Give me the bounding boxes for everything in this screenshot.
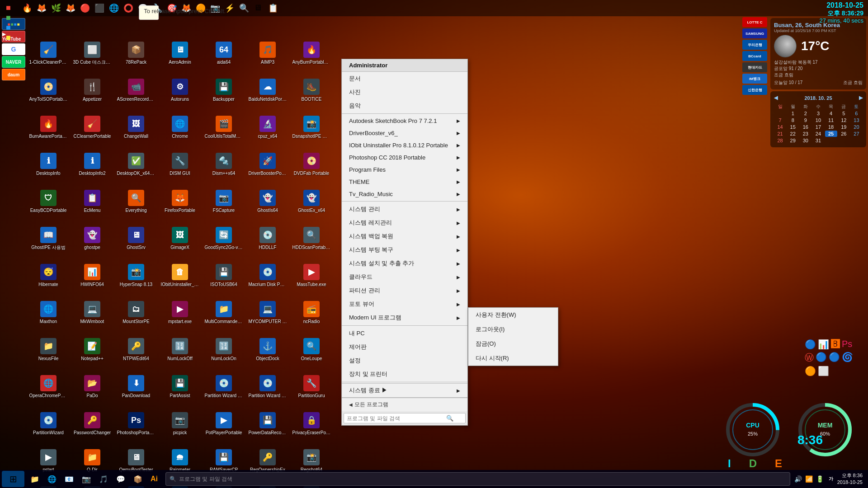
- app-icon[interactable]: 💾 ISOToUSB64: [203, 258, 244, 293]
- app-icon[interactable]: ⚓ ObjectDock: [247, 333, 288, 367]
- topbar-icon-1[interactable]: 🔥: [21, 2, 33, 14]
- app-icon[interactable]: 🔢 NumLockOff: [160, 333, 200, 367]
- app-icon[interactable]: 🔍 OneLoupe: [291, 333, 332, 367]
- app-icon[interactable]: 📷 picpick: [160, 407, 200, 441]
- cal-day[interactable]: 31: [812, 137, 824, 144]
- cal-day[interactable]: 20: [850, 124, 863, 130]
- topbar-icon-7[interactable]: 🌐: [108, 2, 120, 14]
- app-icon[interactable]: 🌐 Chrome: [160, 110, 200, 145]
- start-button[interactable]: ⊞: [2, 471, 24, 487]
- app-icon[interactable]: 💾 Backupper: [203, 73, 244, 108]
- app-icon[interactable]: 📁 MultiCommander.exe: [203, 296, 244, 330]
- app-icon[interactable]: 📷 FSCapture: [203, 184, 244, 219]
- app-icon[interactable]: ⬇ PanDownload: [116, 370, 156, 404]
- ctx-item[interactable]: 시스템 종료 ▶: [342, 383, 467, 397]
- app-icon[interactable]: 📦 78RePack: [116, 36, 156, 70]
- cal-day[interactable]: 9: [799, 117, 811, 123]
- app-icon[interactable]: 🗑 IObitUninstaller_Por...: [160, 258, 200, 293]
- app-icon[interactable]: 🌐 OperaChromePorta...: [28, 370, 69, 404]
- ctx-item[interactable]: Tv_Radio_Music: [342, 188, 467, 200]
- app-icon[interactable]: 🚀 DriverBoosterPortab...: [247, 147, 288, 182]
- notif-lang[interactable]: 가: [826, 474, 835, 483]
- app-icon[interactable]: 🔥 BurnAwarePortable: [28, 110, 69, 145]
- ctx-item[interactable]: 제어판: [342, 340, 467, 354]
- app-icon[interactable]: 😴 Hibernate: [28, 258, 69, 293]
- topbar-icon-18[interactable]: 📋: [267, 2, 279, 14]
- app-icon[interactable]: 📹 AScreenRecorderP...: [116, 73, 156, 108]
- app-icon[interactable]: 🔄 GoodSync2Go-v10...: [203, 221, 244, 256]
- app-icon[interactable]: 📋 EcMenu: [72, 184, 113, 219]
- ctx-item[interactable]: 시스템 레지관리: [342, 216, 467, 230]
- brand-logo[interactable]: 신한은행: [742, 85, 767, 95]
- app-icon[interactable]: 🗂 MountStorPE: [116, 296, 156, 330]
- notif-battery[interactable]: 🔋: [816, 474, 825, 483]
- app-icon[interactable]: ✅ DesktopOK_x64.exe: [116, 147, 156, 182]
- notif-network[interactable]: 🔊: [794, 474, 803, 483]
- app-icon[interactable]: 📀 DVDFab Portable: [291, 147, 332, 182]
- app-icon[interactable]: 🖼 GimageX: [160, 221, 200, 256]
- app-icon[interactable]: 📖 GhostIPE 사용법: [28, 221, 69, 256]
- ctx-item[interactable]: 시스템 백업 복원: [342, 230, 467, 243]
- cal-day[interactable]: 22: [787, 131, 799, 137]
- app-icon[interactable]: 📁 NexusFile: [28, 333, 69, 367]
- taskbar-app-music[interactable]: 🎵: [95, 471, 112, 487]
- msn-logo[interactable]: ■■■■: [3, 2, 19, 14]
- topbar-icon-9[interactable]: 💬 To release input, press Ctrl+Alt.: [137, 2, 149, 14]
- app-icon[interactable]: 🥾 BOOTICE: [291, 73, 332, 108]
- cal-day[interactable]: 11: [825, 117, 837, 123]
- taskbar-app-mail[interactable]: 📧: [61, 471, 78, 487]
- app-icon[interactable]: 🔍 Everything: [116, 184, 156, 219]
- notif-sound[interactable]: 📶: [805, 474, 814, 483]
- cal-day[interactable]: 10: [812, 117, 824, 123]
- brand-logo[interactable]: LOTTE C: [742, 17, 767, 27]
- brand-logo[interactable]: BCcard: [742, 51, 767, 61]
- shutdown-submenu-item[interactable]: 로그아웃(I): [468, 322, 558, 337]
- app-icon[interactable]: 🦊 FirefoxPortable: [160, 184, 200, 219]
- ctx-item[interactable]: Photoshop CC 2018 Portable: [342, 151, 467, 164]
- app-icon[interactable]: ⬜ 3D Cube 데스크 탑 ...: [72, 36, 113, 70]
- shutdown-submenu-item[interactable]: 잠금(O): [468, 337, 558, 351]
- ctx-item[interactable]: 설정: [342, 354, 467, 367]
- app-icon[interactable]: 💻 MkWimboot: [72, 296, 113, 330]
- cal-day[interactable]: 12: [838, 117, 850, 123]
- cal-next[interactable]: ▶: [859, 95, 863, 101]
- ctx-item[interactable]: 시스템 설치 및 추출 추가: [342, 257, 467, 270]
- app-icon[interactable]: 💿 Partition Wizard Te...: [247, 370, 288, 404]
- app-icon[interactable]: 🔍 HDDScanPortable.e...: [291, 221, 332, 256]
- app-icon[interactable]: 📀 AnyToISOPortable....: [28, 73, 69, 108]
- app-icon[interactable]: 🧹 CClearnerPortable: [72, 110, 113, 145]
- app-icon[interactable]: 💾 PartAssist: [160, 370, 200, 404]
- app-icon[interactable]: 📂 PaDo: [72, 370, 113, 404]
- brand-logo[interactable]: 우리은행: [742, 40, 767, 50]
- cal-day[interactable]: 26: [838, 131, 850, 137]
- ctx-item[interactable]: DriverBooster_v6_: [342, 127, 467, 139]
- app-icon[interactable]: 🔑 PasswordChanger: [72, 407, 113, 441]
- topbar-icon-16[interactable]: 🔍: [238, 2, 250, 14]
- topbar-icon-3[interactable]: 🌿: [50, 2, 62, 14]
- app-icon[interactable]: Ps PhotoshopPortable: [116, 407, 156, 441]
- context-search-input[interactable]: [347, 415, 446, 422]
- ctx-item[interactable]: 장치 및 프린터: [342, 367, 467, 381]
- cal-day[interactable]: 3: [812, 110, 824, 117]
- topbar-icon-6[interactable]: ⬛: [93, 2, 106, 14]
- app-icon[interactable]: 👻 GhostIs64: [247, 184, 288, 219]
- cal-day[interactable]: 8: [787, 117, 799, 123]
- app-icon[interactable]: 📝 Notepad++: [72, 333, 113, 367]
- app-icon[interactable]: 🖼 ChangeWall: [116, 110, 156, 145]
- app-icon[interactable]: 🔒 PrivacyEraserPorta...: [291, 407, 332, 441]
- app-icon[interactable]: 🔩 Dism++x64: [203, 147, 244, 182]
- app-icon[interactable]: 🎵 AIMP3: [247, 36, 288, 70]
- app-icon[interactable]: 💿 HDDLLF: [247, 221, 288, 256]
- cal-day[interactable]: 7: [774, 117, 786, 123]
- taskbar-app-explorer[interactable]: 📁: [26, 471, 43, 487]
- app-icon[interactable]: 🍴 Appetizer: [72, 73, 113, 108]
- shutdown-submenu-item[interactable]: 다시 시작(R): [468, 351, 558, 366]
- taskbar-clock[interactable]: 오후 8:36 2018-10-25: [837, 472, 863, 486]
- brand-logo[interactable]: SAMSUNG: [742, 28, 767, 38]
- app-icon[interactable]: 💿 PartitionWizard: [28, 407, 69, 441]
- topbar-icon-17[interactable]: 🖥: [252, 2, 265, 14]
- app-icon[interactable]: ℹ DesktopInfo: [28, 147, 69, 182]
- app-icon[interactable]: 🎬 CoolUtilsTotalMovi...: [203, 110, 244, 145]
- topbar-icon-4[interactable]: 🦊: [64, 2, 77, 14]
- app-icon[interactable]: 🛡 EasyBCDPortable: [28, 184, 69, 219]
